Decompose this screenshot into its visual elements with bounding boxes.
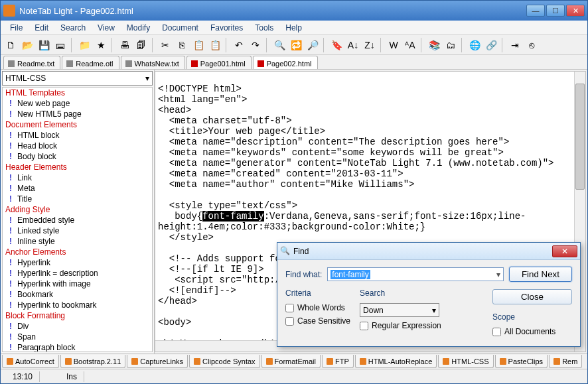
clip-library-list[interactable]: HTML TemplatesNew web pageNew HTML5 page… (2, 87, 153, 352)
find-dialog-titlebar[interactable]: 🔍 Find ✕ (277, 243, 580, 260)
clip-item[interactable]: HTML block (3, 130, 152, 141)
clipbook-tab-html-autoreplace[interactable]: HTML-AutoReplace (355, 355, 437, 368)
word-icon[interactable]: W (386, 38, 401, 52)
export-icon[interactable]: ⇥ (508, 38, 522, 52)
menu-modify[interactable]: Modify (121, 22, 155, 34)
clip-item[interactable]: Span (3, 332, 152, 342)
exit-icon[interactable]: ⎋ (524, 38, 539, 52)
tab-whatsnew-txt[interactable]: WhatsNew.txt (121, 56, 185, 69)
find-next-button[interactable]: Find Next (509, 267, 572, 282)
clipbook-tab-html-css[interactable]: HTML-CSS (438, 355, 493, 368)
clip-item[interactable]: Paragraph block (3, 342, 152, 352)
chevron-down-icon[interactable]: ▾ (496, 270, 500, 279)
search-direction-dropdown[interactable]: Down ▾ (360, 303, 439, 317)
toolbar: 🗋📂💾🖴📁★🖶🗐✂⎘📋📋↶↷🔍🔁🔎🔖A↓Z↓WᴬA📚🗂🌐🔗⇥⎋ (1, 35, 587, 55)
open-icon[interactable]: 📂 (20, 38, 35, 52)
minimize-button[interactable]: — (526, 5, 545, 17)
star-icon[interactable]: ★ (94, 38, 108, 52)
clip-item[interactable]: New web page (3, 98, 152, 109)
paste2-icon[interactable]: 📋 (208, 38, 222, 52)
category-block-formatting[interactable]: Block Formatting (3, 310, 152, 321)
scrollbar-thumb[interactable] (575, 84, 585, 190)
clipbook-tab-formatemail[interactable]: FormatEmail (261, 355, 321, 368)
menu-tools[interactable]: Tools (250, 22, 279, 34)
whole-words-checkbox[interactable]: Whole Words (285, 303, 350, 312)
link-icon[interactable]: 🔗 (484, 38, 498, 52)
print-icon[interactable]: 🖶 (117, 38, 132, 52)
find-dialog-close-button[interactable]: ✕ (552, 245, 577, 257)
category-document-elements[interactable]: Document Elements (3, 119, 152, 130)
category-header-elements[interactable]: Header Elements (3, 162, 152, 172)
redo-icon[interactable]: ↷ (248, 38, 263, 52)
clip-icon[interactable]: 🗂 (443, 38, 458, 52)
find-icon[interactable]: 🔍 (272, 38, 287, 52)
tab-page002-html[interactable]: Page002.html (253, 56, 318, 69)
close-button[interactable]: ✕ (566, 5, 585, 17)
clip-item[interactable]: Div (3, 321, 152, 332)
clip-item[interactable]: Meta (3, 183, 152, 194)
clip-item[interactable]: Link (3, 172, 152, 183)
category-anchor-elements[interactable]: Anchor Elements (3, 247, 152, 257)
folder-icon[interactable]: 📁 (77, 38, 92, 52)
copy-icon[interactable]: ⎘ (175, 38, 189, 52)
all-documents-checkbox[interactable]: All Documents (492, 327, 572, 336)
tab-readme-txt[interactable]: Readme.txt (3, 56, 60, 69)
file-icon (66, 60, 73, 67)
clip-item[interactable]: Inline style (3, 236, 152, 247)
clipbook-tab-ftp[interactable]: FTP (322, 355, 354, 368)
sort-asc-icon[interactable]: A↓ (346, 38, 360, 52)
clip-item[interactable]: Linked style (3, 225, 152, 236)
tab-readme-otl[interactable]: Readme.otl (62, 56, 119, 69)
clip-item[interactable]: Embedded style (3, 215, 152, 225)
clipbook-tab-capturelinks[interactable]: CaptureLinks (127, 355, 188, 368)
lib-icon[interactable]: 📚 (427, 38, 441, 52)
menu-document[interactable]: Document (157, 22, 204, 34)
replace-icon[interactable]: 🔁 (289, 38, 303, 52)
close-find-button[interactable]: Close (492, 289, 572, 304)
toolbar-separator (502, 38, 504, 52)
library-dropdown[interactable]: HTML-CSS ▾ (2, 71, 153, 86)
preview-icon[interactable]: 🗐 (134, 38, 149, 52)
clipbook-tab-rem[interactable]: Rem (549, 355, 582, 368)
menu-file[interactable]: File (5, 22, 28, 34)
maximize-button[interactable]: ☐ (546, 5, 565, 17)
undo-icon[interactable]: ↶ (232, 38, 246, 52)
category-html-templates[interactable]: HTML Templates (3, 88, 152, 98)
clip-item[interactable]: Hyperlink to bookmark (3, 300, 152, 310)
clipbook-tab-autocorrect[interactable]: AutoCorrect (2, 355, 59, 368)
menu-favorites[interactable]: Favorites (205, 22, 248, 34)
clip-item[interactable]: Bookmark (3, 289, 152, 300)
tab-page001-html[interactable]: Page001.html (186, 56, 252, 69)
paste-icon[interactable]: 📋 (191, 38, 206, 52)
menu-view[interactable]: View (92, 22, 120, 34)
clip-item[interactable]: Body block (3, 151, 152, 162)
menu-help[interactable]: Help (280, 22, 307, 34)
clipbook-tab-clipcode-syntax[interactable]: Clipcode Syntax (189, 355, 260, 368)
find-what-input[interactable]: font-family ▾ (327, 267, 504, 281)
sort-desc-icon[interactable]: Z↓ (362, 38, 377, 52)
clip-item[interactable]: Head block (3, 141, 152, 151)
globe-icon[interactable]: 🌐 (467, 38, 482, 52)
toolbar-separator (266, 38, 269, 52)
clip-item[interactable]: New HTML5 page (3, 109, 152, 119)
toolbar-separator (380, 38, 383, 52)
clipbook-tab-pasteclips[interactable]: PasteClips (495, 355, 548, 368)
file-icon (257, 60, 264, 67)
menu-search[interactable]: Search (55, 22, 91, 34)
clip-item[interactable]: Hyperlink with image (3, 279, 152, 289)
clip-item[interactable]: Hyperlink (3, 257, 152, 268)
font-icon[interactable]: ᴬA (403, 38, 417, 52)
new-icon[interactable]: 🗋 (3, 38, 18, 52)
find3-icon[interactable]: 🔎 (305, 38, 320, 52)
bookmark-icon[interactable]: 🔖 (329, 38, 344, 52)
save-all-icon[interactable]: 🖴 (53, 38, 68, 52)
cut-icon[interactable]: ✂ (158, 38, 173, 52)
clip-item[interactable]: Title (3, 194, 152, 204)
regex-checkbox[interactable]: Regular Expression (360, 321, 441, 330)
case-sensitive-checkbox[interactable]: Case Sensitive (285, 316, 350, 326)
clip-item[interactable]: Hyperlink = description (3, 268, 152, 279)
menu-edit[interactable]: Edit (29, 22, 54, 34)
clipbook-tab-bootstrap-2-11[interactable]: Bootstrap.2.11 (60, 355, 126, 368)
save-icon[interactable]: 💾 (37, 38, 51, 52)
category-adding-style[interactable]: Adding Style (3, 204, 152, 215)
